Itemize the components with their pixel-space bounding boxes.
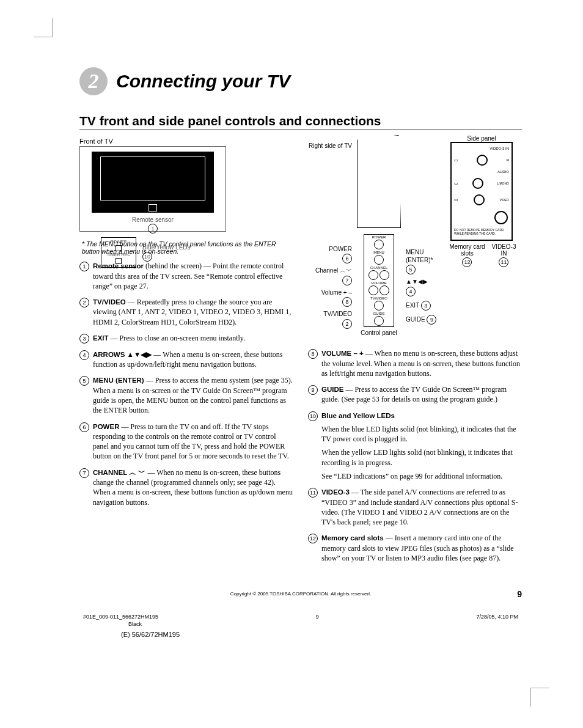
- callouts-left-stack: Right side of TV POWER6 Channel ︿﹀7 Volu…: [308, 135, 352, 336]
- menu-callout: MENU: [406, 249, 424, 256]
- memcard-warning: DO NOT REMOVE MEMORY CARD WHILE READING …: [454, 229, 509, 235]
- chapter-number-circle: 2: [79, 67, 108, 95]
- guide-button-icon: [374, 316, 384, 326]
- footer-date: 7/28/05, 4:10 PM: [476, 614, 518, 620]
- footer-model: (E) 56/62/72HM195: [121, 631, 522, 638]
- channel-n: 7: [342, 276, 352, 285]
- tv-side-control-stack: POWER MENU CHANNEL VOLUME TV/VIDEO GUIDE…: [357, 135, 401, 336]
- item-number: 10: [308, 411, 318, 421]
- item-number: 8: [308, 349, 318, 359]
- item-body: GUIDE — Press to access the TV Guide On …: [321, 384, 522, 405]
- arrows-callout: ▲▼◀▶: [406, 278, 428, 285]
- item-number: 1: [79, 262, 89, 271]
- item-number: 11: [308, 488, 318, 498]
- definition-item: 9GUIDE — Press to access the TV Guide On…: [308, 384, 522, 405]
- control-panel-label: Control panel: [361, 329, 397, 336]
- definitions-left: 1Remote sensor (behind the screen) — Poi…: [79, 261, 293, 507]
- ch-up-icon: [369, 270, 378, 280]
- tvvideo-button-icon: [374, 301, 384, 311]
- video-label: VIDEO: [499, 198, 509, 202]
- volume-n: 8: [342, 297, 352, 307]
- definition-item: 6POWER — Press to turn the TV on and off…: [79, 422, 293, 461]
- svideo-jack-icon: [494, 211, 508, 224]
- lmono-jack-icon: [472, 178, 483, 189]
- item-number: 4: [79, 350, 89, 360]
- item-paragraph: See “LED indications” on page 99 for add…: [321, 471, 522, 481]
- definition-item: 12Memory card slots — Insert a memory ca…: [308, 533, 522, 563]
- audio-label: AUDIO: [454, 170, 509, 174]
- definitions-right: 8VOLUME – + — When no menu is on-screen,…: [308, 348, 522, 563]
- item-number: 6: [79, 422, 89, 432]
- item-body: POWER — Press to turn the TV on and off.…: [93, 422, 293, 461]
- side-panel-stack: Side panel VIDEO-3 IN ▭R AUDIO ▭L/MONO ▭…: [445, 135, 518, 336]
- r-label: R: [507, 158, 509, 162]
- vol-dn-icon: [369, 285, 378, 295]
- right-side-label: Right side of TV: [308, 142, 352, 150]
- right-column: Right side of TV POWER6 Channel ︿﹀7 Volu…: [308, 135, 522, 569]
- control-panel-box: POWER MENU CHANNEL VOLUME TV/VIDEO GUIDE: [364, 234, 394, 327]
- definition-item: 5MENU (ENTER) — Press to access the menu…: [79, 375, 293, 415]
- volume-callout: Volume + –: [321, 289, 352, 296]
- menu-n: 5: [406, 265, 416, 274]
- item-number: 7: [79, 468, 89, 478]
- section-title: TV front and side panel controls and con…: [79, 114, 522, 130]
- vol-up-icon: [380, 285, 389, 295]
- arrows-n: 4: [406, 287, 416, 296]
- footer-meta: #01E_009-011_566272HM195 9 7/28/05, 4:10…: [79, 614, 522, 620]
- power-callout: POWER: [329, 246, 352, 252]
- item-body: EXIT — Press to close an on-screen menu …: [93, 333, 293, 344]
- definition-item: 8VOLUME – + — When no menu is on-screen,…: [308, 348, 522, 378]
- right-side-diagram: Right side of TV POWER6 Channel ︿﹀7 Volu…: [308, 135, 522, 336]
- enter-star: (ENTER)*: [406, 257, 433, 263]
- item-number: 2: [79, 298, 89, 307]
- side-panel-box: VIDEO-3 IN ▭R AUDIO ▭L/MONO ▭VIDEO DO NO…: [450, 142, 513, 241]
- item-body: CHANNEL ︿ ﹀ — When no menu is on-screen,…: [93, 468, 293, 507]
- remote-sensor-num: 1: [148, 224, 158, 233]
- definition-item: 11VIDEO-3 — The side panel A/V connectio…: [308, 487, 522, 527]
- tv-screen-shape: [92, 152, 214, 213]
- power-button-icon: [374, 240, 384, 249]
- footer-file: #01E_009-011_566272HM195: [83, 614, 158, 620]
- tvvideo-callout: TV/VIDEO: [323, 311, 352, 317]
- memcard-callout: Memory card slots: [449, 243, 485, 257]
- guide-callout: GUIDE: [406, 316, 425, 323]
- item-body: Remote sensor (behind the screen) — Poin…: [93, 261, 293, 291]
- video-jack-icon: [474, 194, 485, 205]
- guide-n: 9: [427, 315, 436, 325]
- video3-in-label: VIDEO-3 IN: [454, 147, 509, 150]
- two-column-layout: Front of TV Remote sensor 1 POWER TIMER …: [79, 135, 522, 569]
- exit-callout: EXIT: [406, 302, 419, 309]
- item-number: 9: [308, 385, 318, 395]
- definition-item: 7CHANNEL ︿ ﹀ — When no menu is on-screen…: [79, 468, 293, 507]
- definition-item: 1Remote sensor (behind the screen) — Poi…: [79, 261, 293, 291]
- left-column: Front of TV Remote sensor 1 POWER TIMER …: [79, 135, 293, 569]
- channel-callout: Channel: [315, 267, 338, 274]
- chapter-title: Connecting your TV: [116, 71, 290, 92]
- definition-item: 10Blue and Yellow LEDsWhen the blue LED …: [308, 411, 522, 481]
- front-of-tv-label: Front of TV: [79, 138, 293, 145]
- item-body: VIDEO-3 — The side panel A/V connections…: [321, 487, 522, 527]
- footer-file-page: 9: [316, 614, 319, 620]
- remote-sensor-icon: [148, 204, 157, 211]
- item-body: TV/VIDEO — Repeatedly press to change th…: [93, 297, 293, 327]
- definition-item: 4ARROWS ▲▼◀▶ — When a menu is on-screen,…: [79, 350, 293, 370]
- item-body: ARROWS ▲▼◀▶ — When a menu is on-screen, …: [93, 350, 293, 370]
- item-number: 5: [79, 376, 89, 386]
- side-panel-label: Side panel: [467, 135, 496, 142]
- exit-n: 3: [421, 301, 431, 311]
- item-body: Memory card slots — Insert a memory card…: [321, 533, 522, 563]
- item-paragraph: When the yellow LED lights solid (not bl…: [321, 447, 522, 467]
- video3-callout: VIDEO-3 IN: [491, 243, 516, 257]
- chapter-header: 2 Connecting your TV: [79, 67, 522, 95]
- remote-sensor-callout: Remote sensor: [132, 216, 174, 223]
- definition-item: 2TV/VIDEO — Repeatedly press to change t…: [79, 297, 293, 327]
- item-paragraph: When the blue LED lights solid (not blin…: [321, 424, 522, 444]
- menu-button-icon: [374, 255, 384, 265]
- definition-item: 3EXIT — Press to close an on-screen menu…: [79, 333, 293, 344]
- callouts-mid-stack: MENU(ENTER)*5 ▲▼◀▶4 EXIT 3 GUIDE 9: [406, 135, 440, 336]
- item-body: MENU (ENTER) — Press to access the menu …: [93, 375, 293, 415]
- tv-side-outline: [357, 135, 401, 228]
- item-body: VOLUME – + — When no menu is on-screen, …: [321, 348, 522, 378]
- r-jack-icon: [477, 155, 488, 166]
- item-body: Blue and Yellow LEDsWhen the blue LED li…: [321, 411, 522, 481]
